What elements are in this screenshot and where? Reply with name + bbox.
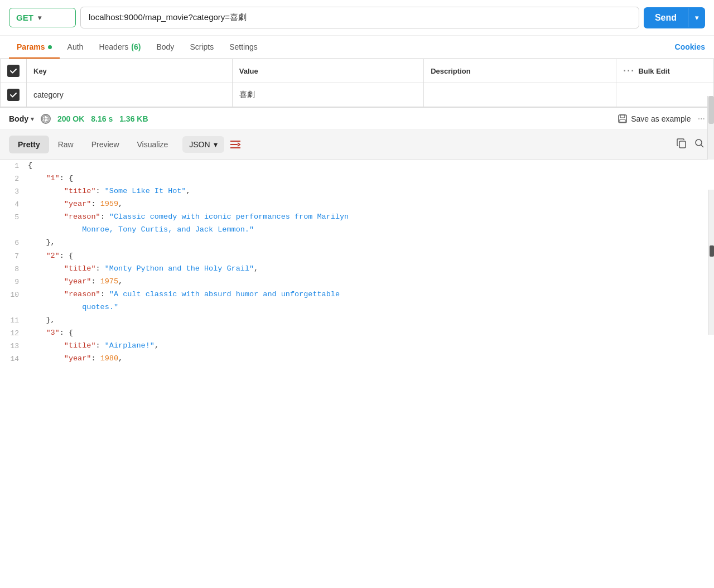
tab-scripts[interactable]: Scripts xyxy=(182,36,221,58)
json-line-14: 14 "year": 1980, xyxy=(0,353,714,365)
header-key: Key xyxy=(27,59,233,83)
svg-rect-9 xyxy=(679,141,686,148)
header-checkbox-cell xyxy=(1,59,27,83)
bulk-edit-label[interactable]: Bulk Edit xyxy=(638,67,669,75)
line-content-10b: quotes." xyxy=(28,301,714,314)
row-key[interactable]: category xyxy=(27,83,233,107)
wrap-icon[interactable] xyxy=(229,138,242,151)
tab-auth-label: Auth xyxy=(67,42,84,51)
body-label[interactable]: Body ▾ xyxy=(9,114,34,123)
url-input[interactable] xyxy=(80,7,639,28)
row-value[interactable]: 喜劇 xyxy=(232,83,423,107)
params-dot xyxy=(48,45,52,49)
bulk-dots-icon[interactable]: ··· xyxy=(623,65,635,77)
send-button[interactable]: Send ▾ xyxy=(644,7,705,28)
line-num-14: 14 xyxy=(0,353,28,365)
line-content-4: "year": 1959, xyxy=(28,198,714,211)
cookies-link[interactable]: Cookies xyxy=(675,42,705,51)
view-tab-pretty[interactable]: Pretty xyxy=(9,136,49,153)
svg-point-10 xyxy=(696,139,702,146)
search-icon[interactable] xyxy=(694,138,705,152)
line-num-13: 13 xyxy=(0,340,28,353)
json-scrollbar[interactable] xyxy=(708,190,714,335)
line-num-10b xyxy=(0,301,28,302)
row-description[interactable] xyxy=(424,83,616,107)
line-content-8: "title": "Monty Python and the Holy Grai… xyxy=(28,263,714,276)
tab-settings[interactable]: Settings xyxy=(221,36,266,58)
format-label: JSON xyxy=(189,140,210,149)
tab-headers[interactable]: Headers (6) xyxy=(91,36,148,58)
globe-icon xyxy=(41,114,51,124)
method-label: GET xyxy=(16,13,33,22)
line-num-8: 8 xyxy=(0,263,28,276)
line-num-2: 2 xyxy=(0,172,28,185)
save-example-label: Save as example xyxy=(631,114,691,123)
response-size: 1.36 KB xyxy=(119,114,148,123)
svg-line-11 xyxy=(701,144,704,147)
params-scrollbar-thumb xyxy=(708,96,714,124)
save-icon xyxy=(617,114,628,124)
response-bar: Body ▾ 200 OK 8.16 s 1.36 KB Save as exa… xyxy=(0,108,714,130)
json-line-3: 3 "title": "Some Like It Hot", xyxy=(0,185,714,198)
json-line-7: 7 "2": { xyxy=(0,250,714,263)
line-content-9: "year": 1975, xyxy=(28,276,714,288)
tab-params[interactable]: Params xyxy=(9,36,60,58)
params-table: Key Value Description ··· Bulk Edit xyxy=(1,59,713,107)
body-chevron-icon[interactable]: ▾ xyxy=(31,115,34,123)
json-viewer: 1 { 2 "1": { 3 "title": "Some Like It Ho… xyxy=(0,160,714,365)
view-actions xyxy=(676,138,705,152)
response-time: 8.16 s xyxy=(91,114,113,123)
tab-scripts-label: Scripts xyxy=(190,42,214,51)
line-content-5: "reason": "Classic comedy with iconic pe… xyxy=(28,211,714,224)
format-select[interactable]: JSON ▾ xyxy=(182,136,224,153)
params-section: Key Value Description ··· Bulk Edit xyxy=(0,59,714,108)
more-options-icon[interactable]: ··· xyxy=(698,114,705,124)
method-select[interactable]: GET ▾ xyxy=(9,8,76,27)
line-num-5: 5 xyxy=(0,211,28,224)
header-bulk-edit: ··· Bulk Edit xyxy=(616,59,713,83)
line-num-12: 12 xyxy=(0,327,28,340)
tab-headers-label: Headers xyxy=(99,42,128,51)
tabs-bar: Params Auth Headers (6) Body Scripts Set… xyxy=(0,36,714,59)
line-content-6: }, xyxy=(28,237,714,249)
status-badge: 200 OK xyxy=(57,114,84,123)
tab-body-label: Body xyxy=(156,42,174,51)
view-tab-visualize[interactable]: Visualize xyxy=(128,136,177,153)
json-line-6: 6 }, xyxy=(0,237,714,249)
json-line-4: 4 "year": 1959, xyxy=(0,198,714,211)
line-content-1: { xyxy=(28,160,714,172)
format-chevron-icon: ▾ xyxy=(214,140,218,149)
line-content-3: "title": "Some Like It Hot", xyxy=(28,185,714,198)
line-num-4: 4 xyxy=(0,198,28,211)
view-tab-raw[interactable]: Raw xyxy=(49,136,83,153)
tab-auth[interactable]: Auth xyxy=(60,36,91,58)
send-chevron-icon[interactable]: ▾ xyxy=(688,8,705,27)
row-checkbox-cell xyxy=(1,83,27,107)
copy-icon[interactable] xyxy=(676,138,687,152)
line-content-10: "reason": "A cult classic with absurd hu… xyxy=(28,288,714,301)
header-description: Description xyxy=(424,59,616,83)
json-line-9: 9 "year": 1975, xyxy=(0,276,714,288)
json-line-1: 1 { xyxy=(0,160,714,172)
header-checkbox[interactable] xyxy=(7,65,20,77)
save-example-button[interactable]: Save as example xyxy=(617,114,691,124)
line-content-12: "3": { xyxy=(28,327,714,340)
line-content-13: "title": "Airplane!", xyxy=(28,340,714,353)
line-content-5b: Monroe, Tony Curtis, and Jack Lemmon." xyxy=(28,224,714,237)
header-value: Value xyxy=(232,59,423,83)
row-bulk xyxy=(616,83,713,107)
json-line-5b: Monroe, Tony Curtis, and Jack Lemmon." xyxy=(0,224,714,237)
line-num-3: 3 xyxy=(0,185,28,198)
tab-body[interactable]: Body xyxy=(148,36,182,58)
method-chevron-icon: ▾ xyxy=(38,14,41,22)
line-content-7: "2": { xyxy=(28,250,714,263)
table-row: category 喜劇 xyxy=(1,83,713,107)
view-tab-preview[interactable]: Preview xyxy=(83,136,128,153)
line-num-5b xyxy=(0,224,28,224)
json-line-11: 11 }, xyxy=(0,314,714,327)
line-num-7: 7 xyxy=(0,250,28,263)
line-content-14: "year": 1980, xyxy=(28,353,714,365)
row-checkbox[interactable] xyxy=(7,89,20,101)
line-content-11: }, xyxy=(28,314,714,327)
tab-params-label: Params xyxy=(17,42,45,51)
